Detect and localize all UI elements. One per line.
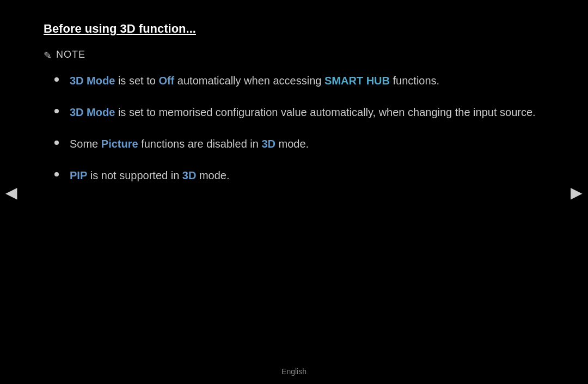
- list-item: 3D Mode is set to Off automatically when…: [54, 72, 544, 89]
- footer-language: English: [281, 367, 307, 376]
- term-picture: Picture: [101, 138, 138, 150]
- list-item: PIP is not supported in 3D mode.: [54, 167, 544, 184]
- bullet-dot: [54, 172, 59, 176]
- note-section: ✎ NOTE: [44, 49, 544, 62]
- text-static-3: functions.: [393, 75, 440, 87]
- list-item-text: 3D Mode is set to memorised configuratio…: [70, 104, 536, 120]
- text-static-6: functions are disabled in: [141, 138, 261, 150]
- next-page-button[interactable]: ▶: [571, 183, 583, 201]
- term-3d-1: 3D: [261, 138, 275, 150]
- text-static-1: is set to: [118, 75, 158, 87]
- text-static-4: is set to memorised configuration value …: [118, 106, 536, 118]
- term-3d-mode-2: 3D Mode: [70, 106, 115, 118]
- list-item: 3D Mode is set to memorised configuratio…: [54, 104, 544, 120]
- page-title: Before using 3D function...: [44, 22, 544, 36]
- list-item-text: PIP is not supported in 3D mode.: [70, 167, 230, 184]
- text-static-9: mode.: [199, 169, 230, 181]
- term-off: Off: [158, 75, 174, 87]
- bullet-list: 3D Mode is set to Off automatically when…: [44, 72, 544, 184]
- note-label: NOTE: [56, 49, 85, 60]
- text-static-2: automatically when accessing: [177, 75, 324, 87]
- text-static-5: Some: [70, 138, 101, 150]
- list-item-text: Some Picture functions are disabled in 3…: [70, 136, 309, 152]
- list-item-text: 3D Mode is set to Off automatically when…: [70, 72, 439, 89]
- bullet-dot: [54, 109, 59, 113]
- note-icon: ✎: [44, 50, 52, 62]
- bullet-dot: [54, 141, 59, 145]
- term-smart-hub: SMART HUB: [324, 75, 390, 87]
- bullet-dot: [54, 77, 59, 82]
- term-3d-2: 3D: [182, 169, 197, 181]
- prev-page-button[interactable]: ◀: [5, 183, 17, 201]
- text-static-8: is not supported in: [90, 169, 182, 181]
- term-pip: PIP: [70, 169, 87, 181]
- main-content: Before using 3D function... ✎ NOTE 3D Mo…: [44, 22, 544, 351]
- term-3d-mode-1: 3D Mode: [70, 75, 115, 87]
- text-static-7: mode.: [279, 138, 309, 150]
- list-item: Some Picture functions are disabled in 3…: [54, 136, 544, 152]
